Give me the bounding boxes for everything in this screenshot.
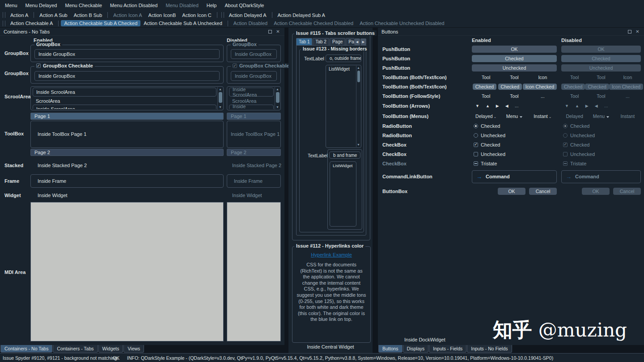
checkbox-unchecked[interactable]: Unchecked xyxy=(472,152,505,157)
radio-checked-icon[interactable] xyxy=(474,124,478,128)
line-edit-outside-frame[interactable]: o, outside frame xyxy=(326,55,361,62)
groupbox-checkable-legend[interactable]: GroupBox Checkable xyxy=(34,63,95,68)
radio-unchecked-icon[interactable] xyxy=(474,133,478,138)
arrow-right-icon[interactable]: ▶ xyxy=(496,104,499,108)
line-edit-inside-frame[interactable]: b and frame xyxy=(329,152,360,159)
tool-button[interactable]: Tool xyxy=(500,75,528,80)
tab-buttons[interactable]: Buttons xyxy=(378,345,402,353)
radio-checked-icon xyxy=(563,124,568,128)
scrollarea-lineedit[interactable]: Inside ScroolArea xyxy=(33,88,216,97)
tool-button[interactable]: Icon xyxy=(529,75,557,80)
toolbar-handle-icon[interactable] xyxy=(3,21,5,26)
ok-button[interactable]: OK xyxy=(472,46,557,53)
float-dock-icon[interactable] xyxy=(267,29,273,34)
text-label-1: TextLabel xyxy=(304,56,324,61)
action-checkable-a[interactable]: Action Checkable A xyxy=(7,20,56,26)
tab-containers-tabs[interactable]: Containers - Tabs xyxy=(53,345,97,353)
tool-button[interactable]: ... xyxy=(529,93,557,99)
instant-menu-button[interactable]: Instant⌄ xyxy=(529,114,557,119)
action-checkable-sub-a-unchecked[interactable]: Action Checkable Sub A Unchecked xyxy=(140,20,225,26)
radio-unchecked[interactable]: Unchecked xyxy=(472,133,505,138)
checkbox-checked[interactable]: Checked xyxy=(472,142,500,147)
action-checkable-sub-a-checked[interactable]: Action Checkable Sub A Checked xyxy=(61,20,140,26)
toolbox-page1-header[interactable]: Page 1 xyxy=(30,113,224,120)
scrollbar-handle[interactable] xyxy=(357,71,360,82)
menu-item-help[interactable]: Help xyxy=(203,0,221,11)
menu-item-menu-checkable[interactable]: Menu Checkable xyxy=(61,0,106,11)
tab-widgets[interactable]: Widgets xyxy=(98,345,123,353)
tool-button-icon-checked[interactable]: Icon Checked xyxy=(523,84,557,90)
radio-checked[interactable]: Checked xyxy=(472,123,500,129)
toolbox-page2-header[interactable]: Page 2 xyxy=(30,149,224,156)
menu-button[interactable]: Menu xyxy=(500,114,528,119)
toolbar-handle-icon[interactable] xyxy=(221,12,224,18)
checkbox-tristate-icon[interactable] xyxy=(474,161,478,166)
menu-item-about-qdarkstyle[interactable]: About QDarkStyle xyxy=(220,0,268,11)
action-b-sub[interactable]: Action B Sub xyxy=(71,12,106,18)
menu-item-menu-delayed[interactable]: Menu Delayed xyxy=(21,0,61,11)
close-dock-icon[interactable]: ✕ xyxy=(635,29,640,34)
tool-button[interactable]: Tool xyxy=(472,75,500,80)
close-dock-icon[interactable]: ✕ xyxy=(275,29,281,34)
unchecked-button[interactable]: Unchecked xyxy=(472,64,557,72)
checkbox-checked-icon[interactable] xyxy=(474,143,478,147)
mdi-area-enabled[interactable] xyxy=(30,202,224,341)
list-widget-2[interactable]: ListWidget xyxy=(330,161,356,227)
scroll-down-icon[interactable]: ▼ xyxy=(219,105,222,109)
tab-inputs-fields[interactable]: Inputs - Fields xyxy=(429,345,466,353)
tab-1[interactable]: Tab 1 xyxy=(296,38,312,45)
vertical-scrollbar[interactable]: ▲ ▼ xyxy=(217,87,223,109)
arrow-up-icon[interactable]: ▲ xyxy=(486,104,490,108)
vertical-scrollbar[interactable]: ▲ ▼ xyxy=(356,66,360,147)
list-item[interactable]: ListWidget xyxy=(330,162,356,169)
tab-2[interactable]: Tab 2 xyxy=(313,38,329,45)
menu-item-menu[interactable]: Menu xyxy=(1,0,21,11)
checkbox-unchecked-icon[interactable] xyxy=(474,152,478,156)
tab-inputs-no-fields[interactable]: Inputs - No Fields xyxy=(467,345,512,353)
tab-scroll-right-icon[interactable]: ▶ xyxy=(360,38,366,45)
scroll-down-icon[interactable]: ▼ xyxy=(357,143,360,147)
checkbox-tristate[interactable]: Tristate xyxy=(472,161,497,166)
list-widget-1[interactable]: ListWidget ▲ ▼ xyxy=(326,65,361,148)
action-delayed-sub-a[interactable]: Action Delayed Sub A xyxy=(275,12,328,18)
tab-page-1[interactable]: Page xyxy=(330,38,345,45)
buttonbox-ok-button[interactable]: OK xyxy=(498,188,525,195)
delayed-menu-button[interactable]: Delayed⌄ xyxy=(472,114,500,119)
arrow-left-icon[interactable]: ◀ xyxy=(505,104,508,108)
tool-button[interactable]: Tool xyxy=(472,93,500,99)
action-icon-a: Action Icon A xyxy=(110,12,145,18)
right-dock-titlebar: Buttons ✕ xyxy=(378,28,644,36)
action-icon-b[interactable]: Action IconB xyxy=(145,12,179,18)
checked-button[interactable]: Checked xyxy=(472,55,557,62)
tab-containers-no-tabs[interactable]: Containers - No Tabs xyxy=(0,345,52,353)
scrollarea-lineedit: Inside ScroolArea xyxy=(229,105,274,109)
tab-scroll-left-icon[interactable]: ◀ xyxy=(354,38,360,45)
scroll-up-icon[interactable]: ▲ xyxy=(357,66,360,70)
action-icon-c[interactable]: Action Icon C xyxy=(179,12,214,18)
buttonbox-cancel-button[interactable]: Cancel xyxy=(529,188,557,195)
toolbar-separator xyxy=(58,21,59,26)
scrollbar-handle[interactable] xyxy=(219,92,222,103)
tab-views[interactable]: Views xyxy=(123,345,144,353)
scroll-up-icon[interactable]: ▲ xyxy=(219,87,222,92)
float-dock-icon[interactable] xyxy=(627,29,632,34)
toolbar-handle-icon[interactable] xyxy=(3,12,5,18)
tool-button-checked[interactable]: Checked xyxy=(473,84,496,90)
tab-page-2[interactable]: Page xyxy=(346,38,354,45)
command-link-button[interactable]: →Command xyxy=(472,170,557,183)
action-a-sub[interactable]: Action A Sub xyxy=(36,12,70,18)
scrollarea-lineedit[interactable]: Inside ScroolArea xyxy=(33,105,216,109)
scrollarea-label: ScroolArea xyxy=(33,97,216,105)
checkbox-checked-icon[interactable] xyxy=(36,63,41,68)
ellipsis-icon[interactable]: … xyxy=(515,104,519,108)
groupbox-checkable-legend: GroupBox Checkable xyxy=(231,63,291,68)
action-a[interactable]: Action A xyxy=(7,12,31,18)
action-delayed-a[interactable]: Action Delayed A xyxy=(226,12,270,18)
arrow-down-icon[interactable]: ▼ xyxy=(475,104,479,108)
tab-displays[interactable]: Displays xyxy=(403,345,429,353)
menu-item-menu-action-disabled[interactable]: Menu Action Disabled xyxy=(106,0,161,11)
tool-button-checked[interactable]: Checked xyxy=(498,84,522,90)
tool-button[interactable]: Tool xyxy=(500,93,528,99)
hyperlink-example[interactable]: Hyperlink Example xyxy=(311,252,352,257)
tool-button-disabled: Tool xyxy=(561,75,588,80)
